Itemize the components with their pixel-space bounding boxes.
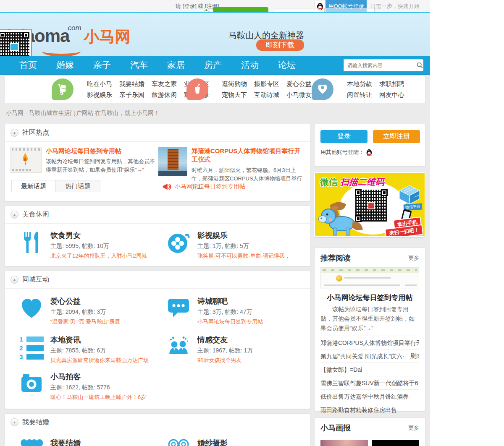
collapse-arrow-icon[interactable]	[10, 418, 18, 426]
quicklink[interactable]: 闲置转让	[347, 91, 372, 98]
featured-thumbnail[interactable]	[320, 267, 419, 289]
other-login-row: 用其他账号登陆：	[320, 149, 373, 156]
quicklink[interactable]: 亲子乐园	[119, 91, 144, 98]
gallery-photo[interactable]	[320, 440, 368, 446]
forum-block: 婚纱摄影	[166, 438, 309, 446]
forum-latest-link[interactable]: 暖心！马鞍山一建筑工晚上睡户外！6岁	[50, 394, 146, 401]
nav-item-wedding[interactable]: 婚嫁	[56, 59, 74, 71]
list-item[interactable]: 雪佛兰智联驾趣SUV新一代创酷将于6月	[320, 376, 419, 389]
topbar-hint: 只需一步，快速开始	[370, 3, 420, 10]
article-title[interactable]: 郑蒲港CORPUS人体博物馆项目举行开工仪式	[192, 147, 303, 164]
quicklink-group-services: 本地贷款求职招聘 闲置转让网友中心	[299, 76, 425, 103]
list-item[interactable]: 低价出售万达嘉华中秋月饼红酒券	[320, 389, 419, 403]
quicklink[interactable]: 本地贷款	[347, 80, 372, 87]
people-icon	[166, 335, 191, 359]
list-item[interactable]: 【微女郎】=Dai	[320, 363, 419, 376]
quicklink[interactable]: 逛街购物	[222, 80, 247, 87]
pony-mascot	[316, 198, 366, 237]
quicklink[interactable]: 吃在小马	[87, 80, 112, 87]
popup-ghost-box	[324, 8, 375, 12]
wechat-qr-banner[interactable]: 微信 扫描二维码 微信平台 拿出手机 来扫一扫吧！	[314, 172, 425, 237]
quicklink[interactable]: 宠物天下	[222, 91, 247, 98]
more-link[interactable]: 更多	[408, 254, 419, 262]
qr-marker	[0, 32, 6, 39]
list-item[interactable]: 郑蒲港CORPUS人体博物馆项目举行开	[320, 336, 419, 349]
forum-stats: 主题: 1622, 帖数: 5776	[50, 384, 146, 391]
nav-item-forum[interactable]: 论坛	[278, 59, 296, 71]
collapse-arrow-icon[interactable]	[10, 276, 18, 284]
nav-item-home[interactable]: 首页	[19, 59, 37, 71]
forum-name[interactable]: 情感交友	[197, 335, 253, 345]
login-button[interactable]: 登录	[320, 130, 368, 143]
article-title[interactable]: 小马网论坛每日签到专用帖	[46, 147, 155, 155]
banner-title-pink: 扫描二维码	[340, 177, 384, 187]
forum-stats: 主题: 7855, 帖数: 6万	[50, 347, 149, 355]
forum-stats: 主题: 1967, 帖数: 1万	[197, 347, 253, 355]
forum-latest-link[interactable]: 北京火了12年的排队王，入驻小马2周就	[50, 252, 147, 260]
forum-name[interactable]: 影视娱乐	[197, 230, 290, 240]
nav-item-activities[interactable]: 活动	[241, 59, 259, 71]
forum-name[interactable]: 本地资讯	[50, 335, 149, 345]
list-item[interactable]: 第九届“共同关爱 阳光成长”庆六·一慰问	[320, 349, 419, 363]
announcement-link[interactable]: 小马网论坛每日签到专用帖	[175, 183, 245, 190]
section-header: 社区热点	[5, 124, 310, 142]
search-input[interactable]	[344, 60, 416, 71]
other-login-label: 用其他账号登陆：	[320, 149, 364, 156]
qr-marker	[23, 32, 29, 39]
featured-title[interactable]: 小马网论坛每日签到专用帖	[315, 293, 425, 303]
gallery-photo[interactable]	[372, 440, 419, 446]
qr-center-logo	[368, 202, 375, 209]
topic-tabs: 最新话题 热门话题	[11, 180, 100, 192]
quicklinks-bar: 吃在小马我要结婚车友之家业主社区 影视娱乐亲子乐园旅游休闲家居装修 逛街购物摄影…	[4, 76, 425, 103]
tab-latest-topics[interactable]: 最新话题	[11, 180, 56, 192]
login-register-prompt[interactable]: 请 [登录] 或 [注册]	[176, 3, 219, 10]
register-button[interactable]: 立即注册	[373, 130, 420, 143]
gallery-panel: 小马画报 更多	[314, 417, 425, 446]
search-button[interactable]	[416, 60, 423, 71]
forum-latest-link[interactable]: “温馨家‘贝’ ‘壳’爱马鞍山”房展	[50, 318, 120, 326]
forum-name[interactable]: 小马拍客	[50, 372, 146, 382]
more-link[interactable]: 更多	[408, 424, 419, 432]
forum-block: 1 2 3 本地资讯 主题: 7855, 帖数: 6万 贝壳真房源研究所邀你来马…	[19, 335, 162, 364]
nav-item-home-living[interactable]: 家居	[167, 59, 185, 71]
forum-latest-link[interactable]: 90后女孩找个男友	[197, 357, 253, 364]
section-city-interaction: 同城互动 爱心公益 主题: 2094, 帖数: 3万 “温馨家‘贝’ ‘壳’爱马…	[4, 271, 311, 409]
nav-item-realestate[interactable]: 房产	[204, 59, 222, 71]
article[interactable]: 小马网论坛每日签到专用帖 该帖为论坛每日签到回复专用贴，其他会员不得重新开签到帖…	[10, 147, 155, 175]
forum-latest-link[interactable]: 张笑晨-可不可以勇敢-单曲-请记得我，	[197, 252, 290, 260]
recommended-reading-panel: 推荐阅读 更多 小马网论坛每日签到专用帖 该帖为论坛每日签到回复专用贴，其他会员…	[314, 248, 425, 411]
site-header: ixiaomacom小马网 马鞍山人的全新神器 即刻下载	[0, 12, 430, 56]
forum-name[interactable]: 饮食男女	[50, 230, 147, 240]
collapse-arrow-icon[interactable]	[10, 129, 18, 137]
list-item[interactable]: 雨田路勤奋村精装修住房出售	[320, 403, 419, 416]
quicklink[interactable]: 互动诗城	[254, 91, 279, 98]
numbered-list-icon: 1 2 3	[19, 335, 44, 359]
tab-hot-topics[interactable]: 热门话题	[56, 180, 100, 192]
nav-item-parenting[interactable]: 亲子	[93, 59, 111, 71]
quicklink[interactable]: 求职招聘	[379, 80, 404, 87]
quicklink[interactable]: 网友中心	[379, 91, 404, 98]
section-food-leisure: 美食休闲 饮食男女 主题: 5995, 帖数: 10万 北京火了12年的排队王，…	[4, 206, 311, 266]
forum-name[interactable]: 诗城聊吧	[197, 296, 263, 306]
quicklink[interactable]: 影视娱乐	[87, 91, 112, 98]
camera-icon	[19, 372, 44, 396]
megaphone-icon	[162, 182, 171, 191]
login-panel: 登录 立即注册 用其他账号登陆：	[314, 124, 425, 167]
quicklink[interactable]: 摄影专区	[254, 80, 279, 87]
forum-latest-link[interactable]: 贝壳真房源研究所邀你来马鞍山万达广场	[50, 357, 149, 364]
forum-block: 诗城聊吧 主题: 3万, 帖数: 47万 小马网论坛每日签到专用帖	[166, 296, 309, 326]
section-header: 美食休闲	[5, 206, 310, 224]
forum-name[interactable]: 我要结婚	[50, 438, 81, 446]
featured-desc: 该帖为论坛每日签到回复专用贴，其他会员不得重新开签到帖，如果会员使用“娱乐”→“	[315, 305, 425, 333]
logo-com: com	[68, 24, 81, 32]
qq-icon[interactable]	[366, 149, 373, 156]
forum-name[interactable]: 婚纱摄影	[197, 438, 228, 446]
forum-latest-link[interactable]: 小马网论坛每日签到专用帖	[197, 318, 263, 326]
download-app-button[interactable]: 即刻下载	[256, 39, 304, 51]
nav-item-cars[interactable]: 汽车	[130, 59, 148, 71]
collapse-arrow-icon[interactable]	[10, 211, 18, 219]
quicklink[interactable]: 我要结婚	[119, 80, 144, 87]
forum-name[interactable]: 爱心公益	[50, 296, 120, 306]
forum-block: 饮食男女 主题: 5995, 帖数: 10万 北京火了12年的排队王，入驻小马2…	[19, 230, 162, 260]
section-wedding: 我要结婚 我要结婚 婚纱摄影	[4, 413, 311, 446]
